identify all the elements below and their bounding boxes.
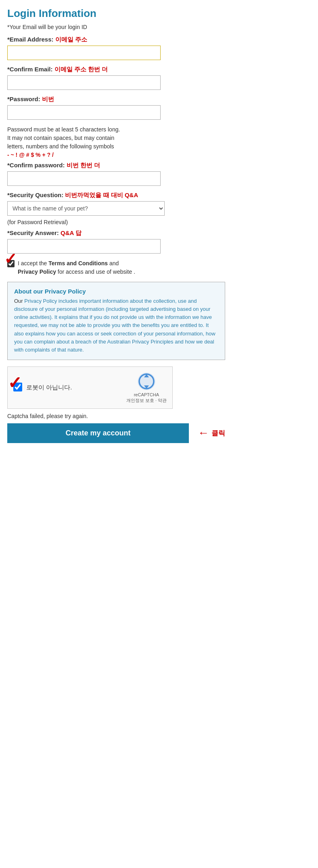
confirm-email-label-korean: 이메일 주소 한번 더 bbox=[54, 66, 108, 73]
password-field-group: *Password: 비번 Password must be at least … bbox=[7, 96, 311, 159]
recaptcha-label: 로봇이 아닙니다. bbox=[26, 384, 72, 391]
email-label-required: *Email Address: bbox=[7, 36, 54, 43]
recaptcha-sub-brand: 개인정보 보호 · 약관 bbox=[126, 398, 167, 403]
password-hint-line1: Password must be at least 5 characters l… bbox=[7, 126, 120, 133]
confirm-email-label-required: *Confirm Email: bbox=[7, 66, 53, 73]
recaptcha-checkbox[interactable] bbox=[13, 383, 22, 391]
terms-text-middle: and bbox=[108, 260, 119, 266]
password-input[interactable] bbox=[7, 105, 161, 120]
arrow-left-icon: ← bbox=[198, 427, 209, 439]
privacy-policy-box: About our Privacy Policy Our Privacy Pol… bbox=[7, 282, 225, 360]
retrieval-note: (for Password Retrieval) bbox=[7, 219, 311, 225]
recaptcha-icon bbox=[137, 372, 156, 391]
email-input[interactable] bbox=[7, 46, 161, 60]
terms-text: I accept the Terms and Conditions and Pr… bbox=[18, 259, 135, 276]
password-hint: Password must be at least 5 characters l… bbox=[7, 125, 217, 159]
security-question-label: *Security Question: 비번까먹었을 때 대비 Q&A bbox=[7, 192, 311, 199]
password-label-korean: 비번 bbox=[42, 96, 54, 102]
privacy-policy-text: Our Privacy Policy includes important in… bbox=[14, 297, 218, 354]
subtitle: *Your Email will be your login ID bbox=[7, 24, 311, 30]
recaptcha-left: ✓ 로봇이 아닙니다. bbox=[13, 383, 72, 393]
confirm-email-input[interactable] bbox=[7, 75, 161, 90]
create-account-button[interactable]: Create my account bbox=[7, 423, 189, 443]
arrow-row: ← 클릭 bbox=[198, 427, 225, 439]
privacy-link: Privacy Policy bbox=[24, 298, 57, 304]
recaptcha-brand: reCAPTCHA 개인정보 보호 · 약관 bbox=[126, 392, 167, 404]
confirm-password-label-required: *Confirm password: bbox=[7, 162, 65, 169]
privacy-bold: Privacy Policy bbox=[18, 269, 56, 275]
security-answer-label-required: *Security Answer: bbox=[7, 229, 59, 236]
security-answer-label: *Security Answer: Q&A 답 bbox=[7, 229, 311, 237]
terms-bold: Terms and Conditions bbox=[48, 260, 108, 266]
security-question-select[interactable]: What is the name of your pet? What is yo… bbox=[7, 201, 165, 216]
recaptcha-checkbox-wrapper[interactable]: ✓ bbox=[13, 383, 22, 393]
terms-checkbox[interactable] bbox=[7, 260, 15, 267]
confirm-password-label-korean: 비번 한번 더 bbox=[67, 162, 100, 169]
terms-text-after: for access and use of website . bbox=[56, 269, 135, 275]
security-answer-field-group: *Security Answer: Q&A 답 bbox=[7, 229, 311, 254]
recaptcha-box: ✓ 로봇이 아닙니다. reCAPTCHA 개인정보 보호 · 약관 bbox=[7, 366, 173, 409]
confirm-password-field-group: *Confirm password: 비번 한번 더 bbox=[7, 162, 311, 186]
privacy-body: includes important information about the… bbox=[14, 298, 215, 353]
password-label: *Password: 비번 bbox=[7, 96, 311, 103]
privacy-policy-title: About our Privacy Policy bbox=[14, 288, 218, 295]
create-account-row: Create my account ← 클릭 bbox=[7, 423, 311, 443]
security-question-label-required: *Security Question: bbox=[7, 192, 63, 198]
confirm-password-input[interactable] bbox=[7, 171, 161, 186]
email-label-korean: 이메일 주소 bbox=[55, 36, 87, 43]
security-answer-label-korean: Q&A 답 bbox=[61, 229, 82, 236]
password-symbols: - ~ ! @ # $ % + ? / bbox=[7, 152, 54, 158]
security-answer-input[interactable] bbox=[7, 239, 161, 254]
terms-checkbox-wrapper[interactable]: ✓ bbox=[7, 260, 15, 269]
security-question-label-korean: 비번까먹었을 때 대비 Q&A bbox=[65, 192, 138, 198]
terms-text-before: I accept the bbox=[18, 260, 48, 266]
recaptcha-brand-name: reCAPTCHA bbox=[126, 392, 167, 398]
click-label: 클릭 bbox=[211, 429, 225, 438]
captcha-error: Captcha failed, please try again. bbox=[7, 413, 311, 419]
password-label-required: *Password: bbox=[7, 96, 40, 102]
security-question-field-group: *Security Question: 비번까먹었을 때 대비 Q&A What… bbox=[7, 192, 311, 225]
privacy-our-text: Our bbox=[14, 298, 24, 304]
terms-checkbox-row: ✓ I accept the Terms and Conditions and … bbox=[7, 259, 311, 276]
confirm-email-field-group: *Confirm Email: 이메일 주소 한번 더 bbox=[7, 66, 311, 90]
email-field-group: *Email Address: 이메일 주소 bbox=[7, 36, 311, 60]
email-label: *Email Address: 이메일 주소 bbox=[7, 36, 311, 44]
confirm-password-label: *Confirm password: 비번 한번 더 bbox=[7, 162, 311, 169]
confirm-email-label: *Confirm Email: 이메일 주소 한번 더 bbox=[7, 66, 311, 73]
password-hint-line3: letters, numbers and the following symbo… bbox=[7, 143, 114, 150]
password-hint-line2: It may not contain spaces, but may conta… bbox=[7, 135, 114, 141]
page-title: Login Information bbox=[7, 7, 311, 20]
recaptcha-right: reCAPTCHA 개인정보 보호 · 약관 bbox=[126, 372, 167, 404]
